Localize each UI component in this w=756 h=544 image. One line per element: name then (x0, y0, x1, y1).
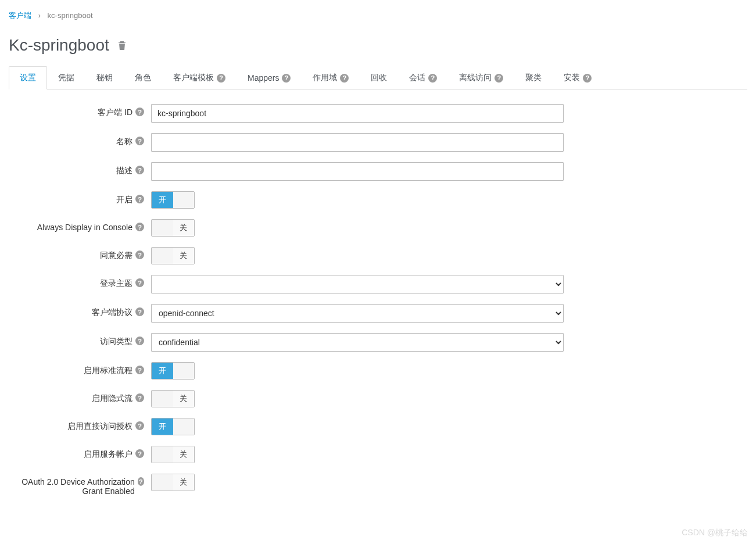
help-icon[interactable]: ? (135, 278, 144, 287)
tab-Mappers[interactable]: Mappers? (237, 66, 302, 90)
direct-access-label: 启用直接访问授权? (9, 418, 151, 432)
tab-离线访问[interactable]: 离线访问? (448, 66, 514, 90)
settings-form: 客户端 ID? 名称? 描述? 开启? 开关 Always Display in… (9, 90, 747, 521)
service-accounts-label: 启用服务帐户? (9, 446, 151, 460)
implicit-flow-label: 启用隐式流? (9, 390, 151, 404)
tab-秘钥[interactable]: 秘钥 (85, 66, 124, 90)
help-icon[interactable]: ? (135, 393, 144, 402)
access-type-select[interactable]: confidential (151, 333, 564, 352)
description-label: 描述? (9, 162, 151, 176)
enabled-toggle[interactable]: 开关 (151, 191, 195, 209)
standard-flow-label: 启用标准流程? (9, 362, 151, 376)
login-theme-select[interactable] (151, 275, 564, 294)
help-icon[interactable]: ? (135, 166, 144, 174)
page-title-text: Kc-springboot (9, 36, 109, 55)
breadcrumb: 客户端 › kc-springboot (9, 6, 747, 26)
help-icon[interactable]: ? (138, 477, 144, 486)
tab-聚类[interactable]: 聚类 (514, 66, 553, 90)
tabs: 设置凭据秘钥角色客户端模板?Mappers?作用域?回收会话?离线访问?聚类安装… (9, 66, 747, 90)
tab-设置[interactable]: 设置 (9, 66, 47, 90)
help-icon[interactable]: ? (135, 366, 144, 374)
tab-回收[interactable]: 回收 (360, 66, 398, 90)
tab-作用域[interactable]: 作用域? (302, 66, 360, 90)
direct-access-toggle[interactable]: 开关 (151, 418, 195, 435)
page-title: Kc-springboot (9, 36, 747, 55)
service-accounts-toggle[interactable]: 开关 (151, 446, 195, 463)
name-label: 名称? (9, 133, 151, 147)
help-icon[interactable]: ? (583, 74, 592, 83)
standard-flow-toggle[interactable]: 开关 (151, 362, 195, 380)
trash-icon[interactable] (117, 36, 127, 55)
breadcrumb-current: kc-springboot (48, 11, 93, 20)
help-icon[interactable]: ? (135, 449, 144, 458)
protocol-label: 客户端协议? (9, 304, 151, 318)
breadcrumb-parent-link[interactable]: 客户端 (9, 11, 31, 20)
help-icon[interactable]: ? (217, 74, 225, 83)
help-icon[interactable]: ? (495, 74, 503, 83)
tab-角色[interactable]: 角色 (124, 66, 162, 90)
tab-会话[interactable]: 会话? (398, 66, 448, 90)
help-icon[interactable]: ? (135, 108, 144, 116)
help-icon[interactable]: ? (135, 307, 144, 316)
help-icon[interactable]: ? (135, 223, 144, 231)
enabled-label: 开启? (9, 191, 151, 205)
help-icon[interactable]: ? (428, 74, 437, 83)
oauth-device-toggle[interactable]: 开关 (151, 474, 195, 491)
tab-安装[interactable]: 安装? (553, 66, 603, 90)
help-icon[interactable]: ? (135, 137, 144, 145)
oauth-device-label: OAuth 2.0 Device Authorization Grant Ena… (9, 474, 151, 496)
name-input[interactable] (151, 133, 564, 152)
implicit-flow-toggle[interactable]: 开关 (151, 390, 195, 407)
help-icon[interactable]: ? (135, 421, 144, 430)
login-theme-label: 登录主题? (9, 275, 151, 289)
tab-客户端模板[interactable]: 客户端模板? (162, 66, 237, 90)
consent-label: 同意必需? (9, 247, 151, 261)
access-type-label: 访问类型? (9, 333, 151, 347)
help-icon[interactable]: ? (135, 337, 144, 345)
help-icon[interactable]: ? (135, 195, 144, 203)
help-icon[interactable]: ? (340, 74, 349, 83)
client-id-input[interactable] (151, 104, 564, 123)
always-display-label: Always Display in Console? (9, 219, 151, 232)
breadcrumb-separator: › (38, 11, 41, 20)
help-icon[interactable]: ? (282, 74, 291, 83)
protocol-select[interactable]: openid-connect (151, 304, 564, 323)
always-display-toggle[interactable]: 开关 (151, 219, 195, 237)
help-icon[interactable]: ? (135, 250, 144, 259)
description-input[interactable] (151, 162, 564, 181)
tab-凭据[interactable]: 凭据 (47, 66, 85, 90)
client-id-label: 客户端 ID? (9, 104, 151, 118)
consent-toggle[interactable]: 开关 (151, 247, 195, 264)
